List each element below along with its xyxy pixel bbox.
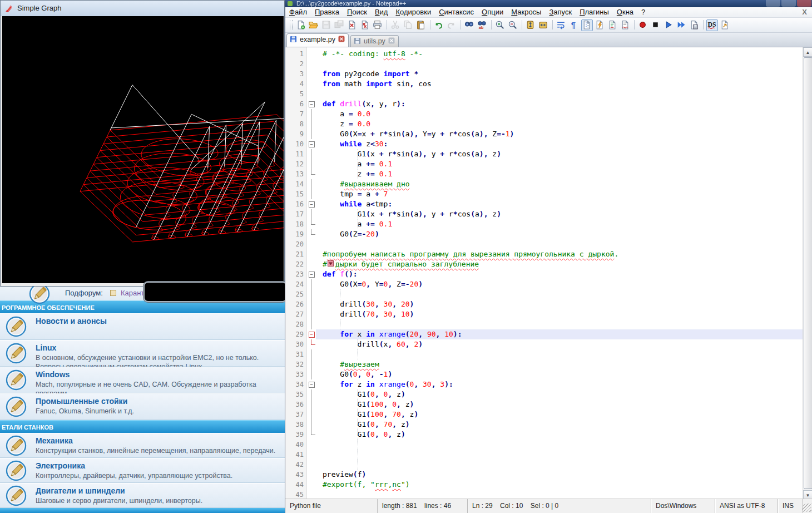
forum-row-Windows[interactable]: WindowsMach, популярные и не очень CAD, … bbox=[0, 367, 285, 393]
fold-marker[interactable] bbox=[307, 149, 316, 159]
fold-marker[interactable] bbox=[307, 249, 316, 259]
fold-marker[interactable] bbox=[307, 119, 316, 129]
forum-row-title[interactable]: Промышленные стойки bbox=[36, 397, 285, 406]
fold-marker[interactable] bbox=[307, 399, 316, 410]
code-line-6[interactable]: 6−def drill(x, y, r): bbox=[285, 99, 803, 109]
code-line-15[interactable]: 15 tmp = a + 7 bbox=[285, 189, 803, 199]
zoom-in-button[interactable] bbox=[494, 19, 506, 31]
fold-marker[interactable] bbox=[307, 219, 316, 229]
fold-marker[interactable] bbox=[307, 279, 316, 289]
forum-row-Электроника[interactable]: ЭлектроникаКонтроллеры, драйверы, датчик… bbox=[0, 458, 285, 483]
menu-Правка[interactable]: Правка bbox=[311, 7, 343, 16]
fold-marker[interactable] bbox=[307, 440, 316, 450]
code-line-36[interactable]: 36 G1(100, 0, z) bbox=[285, 399, 803, 410]
code-line-25[interactable]: 25 bbox=[285, 289, 803, 299]
fold-marker[interactable] bbox=[307, 159, 316, 169]
forum-row-title[interactable]: Электроника bbox=[36, 461, 285, 471]
menu-Вид[interactable]: Вид bbox=[371, 7, 392, 16]
forum-row-title[interactable]: Linux bbox=[36, 343, 285, 353]
menu-Кодировки[interactable]: Кодировки bbox=[392, 7, 435, 16]
menu-Поиск[interactable]: Поиск bbox=[343, 7, 371, 16]
fold-marker[interactable]: − bbox=[307, 329, 316, 339]
print-button[interactable] bbox=[372, 19, 384, 31]
forum-row-title[interactable]: Новости и анонсы bbox=[36, 317, 285, 326]
code-line-28[interactable]: 28 bbox=[285, 319, 803, 329]
fold-marker[interactable] bbox=[307, 79, 316, 89]
save-button[interactable] bbox=[321, 19, 333, 31]
code-line-41[interactable]: 41 bbox=[285, 450, 803, 460]
forum-row-Новости и анонсы[interactable]: Новости и анонсы bbox=[0, 313, 285, 340]
fold-marker[interactable] bbox=[307, 259, 316, 269]
scrollbar-thumb[interactable] bbox=[804, 57, 812, 489]
record-macro-button[interactable] bbox=[637, 19, 649, 31]
forum-row-title[interactable]: Двигатели и шпиндели bbox=[36, 486, 285, 496]
sync-vertical-scroll-button[interactable] bbox=[525, 19, 537, 31]
word-wrap-button[interactable] bbox=[556, 19, 567, 31]
menu-Файл[interactable]: Файл bbox=[285, 7, 311, 16]
code-line-31[interactable]: 31 bbox=[285, 349, 803, 359]
fold-marker[interactable] bbox=[307, 430, 316, 440]
menu-Опции[interactable]: Опции bbox=[478, 7, 507, 16]
code-line-44[interactable]: 44#export(f, "rrr,nc") bbox=[285, 480, 803, 490]
forum-row-title[interactable]: Механика bbox=[36, 436, 285, 446]
fold-marker[interactable] bbox=[307, 359, 316, 369]
code-line-38[interactable]: 38 G1(0, 70, z) bbox=[285, 420, 803, 430]
code-line-23[interactable]: 23−def f(): bbox=[285, 269, 803, 279]
save-all-button[interactable] bbox=[334, 19, 345, 31]
fold-marker[interactable] bbox=[307, 169, 316, 179]
toolbar-grip[interactable] bbox=[290, 20, 293, 30]
code-line-39[interactable]: 39 G1(0, 0, z) bbox=[285, 430, 803, 440]
fold-marker[interactable] bbox=[307, 89, 316, 99]
code-line-9[interactable]: 9 G0(X=x + r*sin(a), Y=y + r*cos(a), Z=-… bbox=[285, 129, 803, 139]
code-line-17[interactable]: 17 G1(x + r*sin(a), y + r*cos(a), z) bbox=[285, 209, 803, 219]
code-line-27[interactable]: 27 drill(70, 30, 10) bbox=[285, 309, 803, 319]
fold-marker[interactable] bbox=[307, 480, 316, 490]
code-line-16[interactable]: 16− while a<tmp: bbox=[285, 199, 803, 209]
fold-marker[interactable] bbox=[307, 420, 316, 430]
code-line-26[interactable]: 26 drill(30, 30, 20) bbox=[285, 299, 803, 309]
close-button[interactable] bbox=[797, 0, 811, 7]
close-all-button[interactable] bbox=[359, 19, 371, 31]
code-line-12[interactable]: 12 a += 0.1 bbox=[285, 159, 803, 169]
code-line-29[interactable]: 29− for x in xrange(20, 90, 10): bbox=[285, 329, 803, 339]
resize-grip[interactable] bbox=[803, 504, 811, 512]
code-line-1[interactable]: 1# -*- coding: utf-8 -*- bbox=[285, 49, 803, 59]
code-line-10[interactable]: 10− while z<30: bbox=[285, 139, 803, 149]
fold-marker[interactable] bbox=[307, 229, 316, 239]
scroll-up-button[interactable]: ▲ bbox=[803, 47, 812, 57]
fold-marker[interactable]: − bbox=[307, 99, 316, 109]
fold-marker[interactable] bbox=[307, 189, 316, 199]
editor[interactable]: 1# -*- coding: utf-8 -*-23from py2gcode … bbox=[285, 47, 812, 500]
find-button[interactable] bbox=[464, 19, 476, 31]
zoom-out-button[interactable] bbox=[507, 19, 519, 31]
fold-marker[interactable]: − bbox=[307, 269, 316, 279]
code-line-30[interactable]: 30 drill(x, 60, 2) bbox=[285, 339, 803, 349]
play-macro-button[interactable] bbox=[663, 19, 675, 31]
forum-row-title[interactable]: Windows bbox=[36, 370, 285, 379]
menu-Синтаксис[interactable]: Синтаксис bbox=[435, 7, 478, 16]
fold-marker[interactable] bbox=[307, 129, 316, 139]
code-line-5[interactable]: 5 bbox=[285, 89, 803, 99]
fold-marker[interactable] bbox=[307, 239, 316, 249]
fold-marker[interactable] bbox=[307, 299, 316, 309]
fold-marker[interactable]: − bbox=[307, 139, 316, 149]
code-line-22[interactable]: 22#дырки будет спирально заглубление bbox=[285, 259, 803, 269]
indent-guide-button[interactable] bbox=[581, 19, 593, 31]
code-line-4[interactable]: 4from math import sin, cos bbox=[285, 79, 803, 89]
code-line-32[interactable]: 32 #вырезаем bbox=[285, 359, 803, 369]
paste-button[interactable] bbox=[415, 19, 427, 31]
code-line-2[interactable]: 2 bbox=[285, 59, 803, 69]
document-map-button[interactable] bbox=[607, 19, 618, 31]
code-line-19[interactable]: 19 G0(Z=-20) bbox=[285, 229, 803, 239]
dspellcheck-button[interactable]: DS bbox=[706, 19, 718, 31]
code-line-34[interactable]: 34− for z in xrange(0, 30, 3): bbox=[285, 379, 803, 389]
menu-Окна[interactable]: Окна bbox=[613, 7, 637, 16]
maximize-button[interactable] bbox=[781, 0, 796, 7]
save-macro-button[interactable] bbox=[689, 19, 700, 31]
doc-switcher-button[interactable] bbox=[620, 19, 631, 31]
menu-Запуск[interactable]: Запуск bbox=[545, 7, 576, 16]
code-line-40[interactable]: 40 bbox=[285, 440, 803, 450]
open-file-button[interactable] bbox=[308, 19, 320, 31]
fold-marker[interactable] bbox=[307, 460, 316, 470]
code-line-20[interactable]: 20 bbox=[285, 239, 803, 249]
